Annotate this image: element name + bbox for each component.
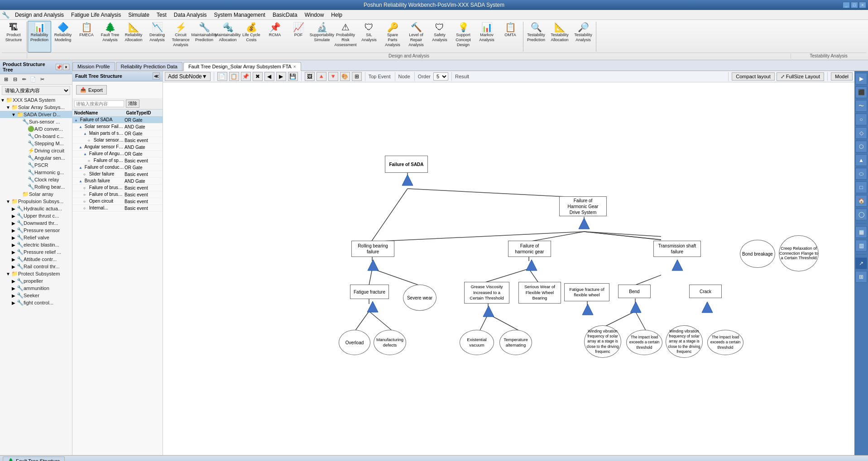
- toolbar-btn-rcma[interactable]: 📌RCMA: [263, 21, 287, 52]
- node-transmission-shaft[interactable]: Transmission shaftfailure: [653, 241, 701, 257]
- toolbar-btn-sil-analysis[interactable]: 🛡SIL Analysis: [357, 21, 381, 52]
- node-fatigue-fracture[interactable]: Fatigue fracture: [350, 285, 389, 299]
- canvas-color-btn[interactable]: 🎨: [340, 72, 350, 81]
- compact-layout-btn[interactable]: Compact layout: [732, 72, 774, 81]
- tree-list-row-10[interactable]: ○ Failure of brush main partsBasic event: [72, 185, 163, 191]
- node-fatigue-fracture-flexible[interactable]: Fatigue fracture offlexible wheel: [564, 283, 609, 301]
- canvas-copy-btn[interactable]: 📋: [229, 72, 239, 81]
- menu-item-help[interactable]: Help: [327, 11, 346, 19]
- tree-node-propeller[interactable]: ▶🔧propeller: [0, 277, 72, 285]
- tree-list-row-4[interactable]: ▲ Angular sensor FailureAND Gate: [72, 144, 163, 151]
- tree-node-attitude-contr[interactable]: ▶🔧Attitude contr...: [0, 256, 72, 263]
- tree-node-pscr[interactable]: 🔧PSCR: [0, 162, 72, 169]
- menu-item-basicdata[interactable]: BasicData: [269, 11, 301, 19]
- add-subnode-btn[interactable]: Add SubNode ▼: [165, 72, 211, 81]
- gate-harmonic-or[interactable]: [578, 217, 590, 231]
- tree-delete-btn[interactable]: ✂: [38, 75, 46, 83]
- tree-node-sada-driver-d[interactable]: ▼📁SADA Driver D...: [0, 111, 72, 118]
- tree-expand-hydraulic-actua[interactable]: ▶: [11, 206, 16, 211]
- tree-list-row-3[interactable]: ○ Solar sensor spare parts FailureBasic …: [72, 137, 163, 144]
- toolbar-btn-fault-tree-analysis[interactable]: 🌲Fault Tree Analysis: [98, 21, 122, 52]
- node-rolling-bearing[interactable]: Rolling bearingfailure: [351, 241, 394, 257]
- minimize-btn[interactable]: _: [843, 2, 850, 8]
- model-btn[interactable]: Model: [831, 72, 853, 81]
- tree-struct-search-input[interactable]: [74, 100, 124, 107]
- canvas-img1-btn[interactable]: 🖼: [305, 72, 315, 81]
- gate-grease-or[interactable]: [482, 305, 495, 318]
- tree-expand-relief-valve[interactable]: ▶: [11, 235, 16, 240]
- toolbar-btn-markov[interactable]: 📊Markov Analysis: [475, 21, 499, 52]
- tree-node-electric-blastin[interactable]: ▶🔧electric blastin...: [0, 241, 72, 248]
- rs-btn-rectangle-small[interactable]: □: [855, 181, 867, 193]
- toolbar-btn-supportability-simulate[interactable]: 🔬Supportability Simulate: [310, 21, 334, 52]
- tree-expand-attitude-contr[interactable]: ▶: [11, 257, 16, 262]
- left-panel-controls[interactable]: 📌 ×: [56, 64, 69, 70]
- gate-fatigue-or[interactable]: [366, 300, 379, 314]
- toolbar-btn-life-cycle-costs[interactable]: 💰Life Cycle Costs: [240, 21, 263, 52]
- toolbar-btn-product-structure[interactable]: 🏗Product Structure: [2, 21, 25, 52]
- toolbar-btn-derating-analysis[interactable]: 📉Derating Analysis: [145, 21, 169, 52]
- tree-list-row-1[interactable]: ▲ Solar sensor FailureAND Gate: [72, 124, 163, 130]
- rs-btn-oval[interactable]: ⬭: [855, 168, 867, 180]
- tree-list-row-5[interactable]: ▲ Failure of Angular Sensor's Main Compo…: [72, 151, 163, 157]
- restore-btn[interactable]: □: [851, 2, 858, 8]
- node-crack[interactable]: Crack: [689, 285, 722, 298]
- rs-btn-house[interactable]: 🏠: [855, 195, 867, 207]
- rs-btn-plus-box[interactable]: ⊞: [855, 271, 867, 283]
- rs-btn-filled-grid[interactable]: ▥: [855, 240, 867, 252]
- toolbar-btn-testability-prediction[interactable]: 🔍Testability Prediction: [524, 21, 548, 52]
- toolbar-btn-support-concept[interactable]: 💡Support Concept Design: [451, 21, 475, 52]
- toolbar-btn-reliability-modeling[interactable]: 🔷Reliability Modeling: [51, 21, 75, 52]
- menu-item-window[interactable]: Window: [301, 11, 328, 19]
- tree-node-rail-control-thr[interactable]: ▶🔧Rail control thr...: [0, 263, 72, 270]
- tree-expand-downward-thr[interactable]: ▶: [11, 221, 16, 226]
- export-btn[interactable]: 📤 Export: [76, 85, 107, 95]
- tree-list-row-9[interactable]: ▲ Brush failureAND Gate: [72, 178, 163, 185]
- tree-copy-btn[interactable]: 📄: [29, 75, 37, 83]
- toolbar-btn-safety-analysis[interactable]: 🛡Safety Analysis: [428, 21, 451, 52]
- collapse-tree-structure-btn[interactable]: ≪: [153, 72, 160, 80]
- tree-node-rolling-bear[interactable]: 🔧Rolling bear...: [0, 183, 72, 190]
- tree-node-solar-array-subsys[interactable]: ▼📁Solar Array Subsys...: [0, 104, 72, 111]
- tree-node-fight-control[interactable]: ▶🔧fight control...: [0, 299, 72, 306]
- window-controls[interactable]: _ □ ×: [843, 2, 866, 8]
- gate-bend-or[interactable]: [629, 301, 642, 314]
- menu-item-design-and-analysis[interactable]: Design and Analysis: [11, 11, 67, 19]
- toolbar-btn-omta[interactable]: 📋OMTA: [499, 21, 522, 52]
- panel-close-btn[interactable]: ×: [63, 64, 69, 70]
- rs-btn-circle[interactable]: ○: [855, 114, 867, 125]
- menu-item-system-management[interactable]: System Management: [211, 11, 269, 19]
- tree-expand-propeller[interactable]: ▶: [11, 279, 16, 284]
- node-failure-of-sada[interactable]: Failure of SADA: [385, 156, 428, 173]
- tree-struct-clear-btn[interactable]: 清除: [126, 100, 139, 108]
- tree-list-row-2[interactable]: ▲ Main parts of solar sensorOR Gate: [72, 130, 163, 137]
- rs-btn-grid[interactable]: ▦: [855, 226, 867, 238]
- toolbar-btn-maintainability-allocation[interactable]: 🔩Maintainability Allocation: [216, 21, 240, 52]
- order-select[interactable]: 5: [433, 72, 448, 81]
- tree-expand-fight-control[interactable]: ▶: [11, 300, 16, 305]
- node-impact-load-2[interactable]: The impact load exceeds a certain thresh…: [707, 330, 743, 355]
- canvas-left-btn[interactable]: ◀: [264, 72, 274, 81]
- node-manufacturing-defects[interactable]: Manufacturingdefects: [374, 330, 406, 355]
- gate-fflex-or[interactable]: [581, 303, 594, 317]
- tree-node-onboard-c[interactable]: 🔧On-board c...: [0, 133, 72, 140]
- menu-item-fatigue-life-analysis[interactable]: Fatigue Life Analysis: [67, 11, 125, 19]
- canvas-right-btn[interactable]: ▶: [276, 72, 286, 81]
- tree-edit-btn[interactable]: ✏: [20, 75, 28, 83]
- tree-expand-pressure-sensor[interactable]: ▶: [11, 228, 16, 233]
- node-overload[interactable]: Overload: [339, 330, 370, 355]
- tree-expand-ammunition[interactable]: ▶: [11, 286, 16, 291]
- rs-btn-circle-outline[interactable]: ◯: [855, 209, 867, 220]
- node-harmonic-gear[interactable]: Failure ofharmonic gear: [508, 241, 551, 257]
- rs-btn-wave[interactable]: 〜: [855, 100, 867, 112]
- tree-node-relief-valve[interactable]: ▶🔧Relief valve: [0, 234, 72, 241]
- tree-node-hydraulic-actua[interactable]: ▶🔧Hydraulic actua...: [0, 205, 72, 212]
- tree-expand-xxx-sada[interactable]: ▼: [0, 98, 5, 103]
- tree-node-ad-converter[interactable]: 🟢A/D conver...: [0, 125, 72, 133]
- canvas-paste-btn[interactable]: 📌: [241, 72, 251, 81]
- canvas-new-btn[interactable]: 📄: [217, 72, 227, 81]
- canvas-save-btn[interactable]: 💾: [288, 72, 298, 81]
- tree-list-row-12[interactable]: ○ Open circuitBasic event: [72, 198, 163, 205]
- tree-node-protect-subsystem[interactable]: ▼📁Protect Subsystem: [0, 270, 72, 277]
- node-impact-load-1[interactable]: The impact load exceeds a certain thresh…: [626, 330, 662, 355]
